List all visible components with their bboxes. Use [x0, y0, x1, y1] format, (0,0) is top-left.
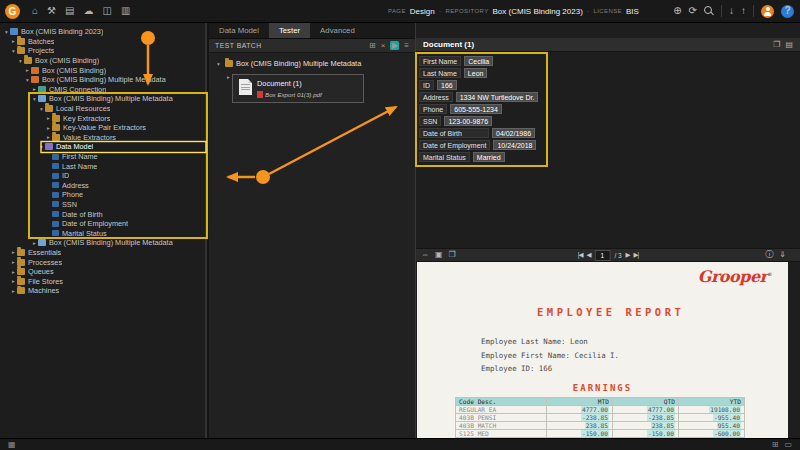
field-value-input[interactable]: 605-555-1234 [450, 104, 502, 114]
last-page-icon[interactable]: ▶| [634, 252, 639, 259]
user-badge[interactable] [761, 5, 774, 18]
grooper-logo[interactable]: G [5, 4, 20, 19]
add-icon[interactable]: ⊕ [673, 6, 681, 16]
tree-item-key-value-pair-extractors[interactable]: ▸Key-Value Pair Extractors [0, 123, 205, 133]
tree-item-projects[interactable]: ▾Projects [0, 46, 205, 56]
new-batch-icon[interactable]: ⊞ [369, 42, 376, 50]
chevron-down-icon[interactable]: ▾ [24, 77, 31, 83]
tab-data-model[interactable]: Data Model [209, 22, 269, 38]
chevron-right-icon[interactable]: ▸ [10, 278, 17, 284]
tree-item-processes[interactable]: ▸Processes [0, 257, 205, 267]
field-value-input[interactable]: 166 [437, 80, 457, 90]
thumbnails-icon[interactable]: ❐ [449, 251, 456, 259]
tree-item-box-cmis-binding[interactable]: ▸Box (CMIS Binding) [0, 65, 205, 75]
tree-item-local-resources[interactable]: ▾Local Resources [0, 104, 205, 114]
field-value-input[interactable]: 1334 NW Turtledove Dr. [456, 92, 539, 102]
page-value[interactable]: Design [410, 7, 435, 16]
home-icon[interactable]: ⌂ [32, 6, 38, 16]
chevron-right-icon[interactable]: ▸ [31, 240, 38, 246]
chevron-right-icon[interactable]: ▸ [225, 74, 232, 80]
copy-icon[interactable]: ❐ [773, 41, 780, 49]
go-icon[interactable]: ▶ [390, 41, 399, 50]
tree-item-cmis-connection[interactable]: ▸CMIS Connection [0, 85, 205, 95]
tree-item-batches[interactable]: ▸Batches [0, 37, 205, 47]
chevron-down-icon[interactable]: ▾ [3, 29, 10, 35]
tab-tester[interactable]: Tester [269, 22, 310, 38]
next-page-icon[interactable]: ▶ [626, 252, 630, 259]
tree-item-date-of-birth[interactable]: Date of Birth [0, 209, 205, 219]
chevron-down-icon[interactable]: ▾ [215, 61, 222, 67]
fit-width-icon[interactable]: ⇔ [421, 251, 429, 259]
tree-item-file-stores[interactable]: ▸File Stores [0, 276, 205, 286]
chevron-right-icon[interactable]: ▸ [31, 86, 38, 92]
tree-item-key-extractors[interactable]: ▸Key Extractors [0, 113, 205, 123]
batches-icon[interactable]: ▤ [65, 6, 74, 16]
document-card[interactable]: Document (1) Box Export 01(3).pdf [232, 74, 364, 103]
field-value-input[interactable]: Cecilia [464, 56, 493, 66]
chevron-right-icon[interactable]: ▸ [45, 115, 52, 121]
tree-item-last-name[interactable]: Last Name [0, 161, 205, 171]
info-icon[interactable]: ⓘ [765, 251, 773, 259]
chevron-right-icon[interactable]: ▸ [10, 259, 17, 265]
help-badge[interactable]: ? [781, 5, 794, 18]
page-number-input[interactable] [594, 250, 610, 261]
search-icon[interactable] [704, 6, 714, 16]
filter-icon[interactable]: ≡ [404, 42, 409, 50]
delete-icon[interactable]: × [381, 42, 386, 50]
document-preview[interactable]: Grooper® EMPLOYEE REPORT Employee Last N… [417, 262, 788, 438]
upload-icon[interactable]: ↑ [741, 6, 746, 16]
tree-item-marital-status[interactable]: Marital Status [0, 228, 205, 238]
chevron-down-icon[interactable]: ▾ [31, 96, 38, 102]
tree-item-box-cmis-binding-2023[interactable]: ▾Box (CMIS Binding 2023) [0, 27, 205, 37]
chevron-down-icon[interactable]: ▾ [38, 106, 45, 112]
tree-item-box-cmis-binding-multiple-metadata[interactable]: ▾Box (CMIS Binding) Multiple Metadata [0, 94, 205, 104]
chevron-down-icon[interactable]: ▾ [17, 58, 24, 64]
stats-icon[interactable]: ▥ [121, 6, 130, 16]
tools-icon[interactable]: ⚒ [47, 6, 56, 16]
refresh-icon[interactable]: ⟳ [689, 6, 697, 16]
grid-icon[interactable]: ⊞ [772, 441, 779, 449]
field-value-input[interactable]: 04/02/1986 [492, 128, 535, 138]
tree-item-box-cmis-binding[interactable]: ▾Box (CMIS Binding) [0, 56, 205, 66]
apps-icon[interactable]: ▦ [8, 441, 16, 449]
chevron-right-icon[interactable]: ▸ [10, 38, 17, 44]
chevron-down-icon[interactable]: ▾ [38, 144, 45, 150]
tree-item-value-extractors[interactable]: ▸Value Extractors [0, 133, 205, 143]
tree-item-queues[interactable]: ▸Queues [0, 267, 205, 277]
tree-item-phone[interactable]: Phone [0, 190, 205, 200]
tree-item-first-name[interactable]: First Name [0, 152, 205, 162]
document-icon[interactable]: ▤ [785, 41, 793, 49]
chevron-right-icon[interactable]: ▸ [10, 269, 17, 275]
cloud-icon[interactable]: ☁ [83, 6, 93, 16]
download-icon[interactable]: ↓ [729, 6, 734, 16]
machines-icon[interactable]: ▭ [784, 441, 792, 449]
chevron-right-icon[interactable]: ▸ [45, 125, 52, 131]
chevron-down-icon[interactable]: ▾ [10, 48, 17, 54]
tree-item-date-of-employment[interactable]: Date of Employment [0, 219, 205, 229]
chevron-right-icon[interactable]: ▸ [45, 134, 52, 140]
tree-item-id[interactable]: ID [0, 171, 205, 181]
export-icon[interactable]: ⇓ [779, 251, 786, 259]
tree-item-box-cmis-binding-multiple-metadata[interactable]: ▾Box (CMIS Binding) Multiple Metadata [0, 75, 205, 85]
tree-item-machines[interactable]: ▸Machines [0, 286, 205, 296]
field-value-input[interactable]: 10/24/2018 [493, 140, 536, 150]
chevron-right-icon[interactable]: ▸ [10, 288, 17, 294]
tree-item-address[interactable]: Address [0, 181, 205, 191]
fit-page-icon[interactable]: ▣ [435, 251, 443, 259]
file-store-icon[interactable]: ◫ [102, 6, 111, 16]
document-file-name: Box Export 01(3).pdf [265, 91, 322, 98]
prev-page-icon[interactable]: ◀ [586, 252, 590, 259]
repository-value[interactable]: Box (CMIS Binding 2023) [493, 7, 583, 16]
chevron-right-icon[interactable]: ▸ [10, 249, 17, 255]
first-page-icon[interactable]: |◀ [578, 252, 583, 259]
tree-item-essentials[interactable]: ▸Essentials [0, 248, 205, 258]
batch-folder-row[interactable]: ▾ Box (CMIS Binding) Multiple Metadata [215, 59, 409, 68]
field-value-input[interactable]: Leon [464, 68, 488, 78]
tree-item-ssn[interactable]: SSN [0, 200, 205, 210]
tree-item-box-cmis-binding-multiple-metadata[interactable]: ▸Box (CMIS Binding) Multiple Metadata [0, 238, 205, 248]
chevron-right-icon[interactable]: ▸ [24, 67, 31, 73]
field-value-input[interactable]: Married [473, 152, 505, 162]
tree-item-data-model[interactable]: ▾Data Model [0, 142, 205, 152]
field-value-input[interactable]: 123-00-9876 [444, 116, 492, 126]
tab-advanced[interactable]: Advanced [310, 22, 365, 38]
